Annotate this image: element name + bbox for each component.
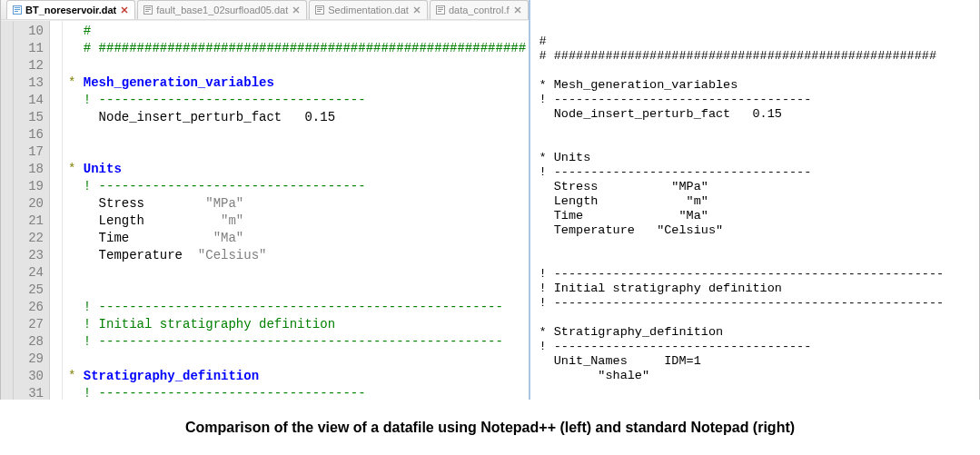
code-line: Node_insert_perturb_fact 0.15 [68, 109, 529, 126]
code-line: Temperature "Celsius" [68, 247, 529, 264]
line-no: 10 [14, 23, 44, 40]
close-icon[interactable] [513, 5, 522, 15]
line-number-gutter: 10 11 12 13 14 15 16 17 18 19 20 21 22 2… [14, 21, 50, 400]
line-no: 13 [14, 74, 44, 92]
code-line: ! --------------------------------------… [68, 299, 529, 316]
close-icon[interactable] [412, 5, 421, 15]
code-line [68, 57, 529, 74]
line-no: 14 [14, 92, 44, 109]
line-no: 30 [14, 368, 44, 385]
code-line: Stress "MPa" [68, 195, 529, 213]
code-line [68, 126, 529, 143]
code-line: ! ----------------------------------- [68, 92, 529, 109]
code-line: * Units [68, 161, 529, 178]
notepadpp-pane: BT_noreservoir.dat fault_base1_02surfloa… [1, 0, 530, 400]
tab-bar: BT_noreservoir.dat fault_base1_02surfloa… [1, 0, 529, 20]
code-area[interactable]: # # ####################################… [63, 21, 529, 400]
line-no: 26 [14, 299, 44, 316]
svg-rect-9 [145, 11, 149, 12]
code-line: * Stratigraphy_definition [68, 368, 529, 385]
figure-caption: Comparison of the view of a datafile usi… [0, 400, 980, 436]
notepad-text[interactable]: # # ####################################… [539, 35, 970, 383]
svg-rect-20 [438, 9, 443, 10]
comparison-panes: BT_noreservoir.dat fault_base1_02surfloa… [0, 0, 980, 400]
line-no: 19 [14, 178, 44, 195]
code-line [68, 143, 529, 161]
svg-rect-8 [145, 9, 151, 10]
line-no: 15 [14, 109, 44, 126]
code-line: Time "Ma" [68, 230, 529, 247]
line-no: 24 [14, 264, 44, 282]
notepad-pane: # # ####################################… [530, 0, 979, 400]
code-line: ! --------------------------------------… [68, 333, 529, 351]
svg-rect-14 [317, 9, 322, 10]
close-icon[interactable] [120, 5, 129, 15]
svg-rect-19 [438, 7, 443, 8]
line-no: 23 [14, 247, 44, 264]
line-no: 25 [14, 282, 44, 299]
svg-rect-13 [317, 7, 322, 8]
tab-label: Sedimentation.dat [328, 5, 409, 15]
line-no: 28 [14, 333, 44, 351]
code-line: ! ----------------------------------- [68, 178, 529, 195]
code-line: Length "m" [68, 213, 529, 230]
file-icon [315, 5, 324, 15]
code-line: * Mesh_generation_variables [68, 74, 529, 92]
svg-rect-2 [15, 9, 20, 10]
editor-shell: 10 11 12 13 14 15 16 17 18 19 20 21 22 2… [1, 20, 529, 400]
code-line [68, 264, 529, 282]
line-no: 22 [14, 230, 44, 247]
code-line: # ######################################… [68, 40, 529, 57]
line-no: 20 [14, 195, 44, 213]
line-no: 16 [14, 126, 44, 143]
bookmark-strip [1, 21, 14, 400]
svg-rect-21 [438, 11, 441, 12]
code-line [68, 351, 529, 368]
line-no: 21 [14, 213, 44, 230]
line-no: 11 [14, 40, 44, 57]
svg-rect-15 [317, 11, 321, 12]
tab-label: fault_base1_02surfload05.dat [156, 5, 288, 15]
tab-2[interactable]: Sedimentation.dat [309, 0, 428, 19]
file-icon [13, 5, 22, 15]
line-no: 17 [14, 143, 44, 161]
line-no: 18 [14, 161, 44, 178]
close-icon[interactable] [292, 5, 301, 15]
line-no: 27 [14, 316, 44, 333]
file-icon [436, 5, 445, 15]
svg-rect-1 [15, 7, 20, 8]
code-line [68, 282, 529, 299]
code-line: ! Initial stratigraphy definition [68, 316, 529, 333]
code-line: # [68, 23, 529, 40]
tab-3[interactable]: data_control.f [430, 0, 529, 19]
tab-label: BT_noreservoir.dat [25, 5, 116, 15]
code-line: ! ----------------------------------- [68, 385, 529, 400]
svg-rect-3 [15, 11, 18, 12]
fold-strip [50, 21, 63, 400]
line-no: 31 [14, 385, 44, 400]
svg-rect-7 [145, 7, 151, 8]
tab-0[interactable]: BT_noreservoir.dat [6, 0, 135, 19]
tab-label: data_control.f [449, 5, 510, 15]
line-no: 12 [14, 57, 44, 74]
tab-1[interactable]: fault_base1_02surfload05.dat [137, 0, 307, 19]
file-icon [144, 5, 153, 15]
line-no: 29 [14, 351, 44, 368]
